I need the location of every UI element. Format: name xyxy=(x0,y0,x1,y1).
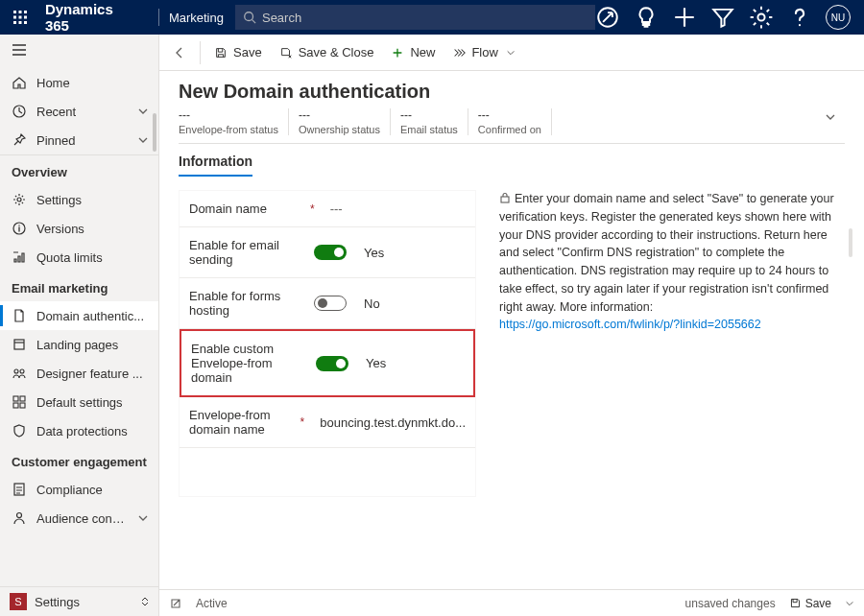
sidebar-section-overview: Overview xyxy=(0,155,158,185)
svg-point-17 xyxy=(14,369,18,373)
sidebar-item-home[interactable]: Home xyxy=(0,68,158,97)
main-scrollbar[interactable] xyxy=(849,228,852,257)
page-title: New Domain authentication xyxy=(179,81,845,103)
chevron-down-icon[interactable] xyxy=(845,599,854,608)
svg-point-24 xyxy=(17,513,22,518)
status-expand-button[interactable] xyxy=(824,110,837,127)
sidebar-label: Pinned xyxy=(36,133,75,148)
sidebar-item-designer-feature[interactable]: Designer feature ... xyxy=(0,359,158,388)
svg-point-12 xyxy=(757,13,764,20)
back-button[interactable] xyxy=(165,38,194,67)
svg-rect-7 xyxy=(19,21,22,24)
help-icon[interactable] xyxy=(787,5,812,30)
form-left-column: Domain name * --- Enable for email sendi… xyxy=(179,190,476,497)
svg-rect-0 xyxy=(13,11,16,13)
search-box[interactable] xyxy=(235,5,595,30)
app-launcher-icon[interactable] xyxy=(8,4,34,31)
gear-icon[interactable] xyxy=(749,5,774,30)
sidebar-label: Recent xyxy=(36,105,76,119)
tab-information[interactable]: Information xyxy=(179,154,252,177)
plus-icon[interactable] xyxy=(672,5,697,30)
sidebar-item-domain-auth[interactable]: Domain authentic... xyxy=(0,301,158,330)
footer-status-bar: Active unsaved changes Save xyxy=(159,589,864,616)
flow-button[interactable]: Flow xyxy=(444,41,522,63)
save-close-button[interactable]: Save & Close xyxy=(272,41,382,63)
people-icon xyxy=(12,366,27,381)
svg-point-18 xyxy=(20,369,24,373)
search-input[interactable] xyxy=(262,11,588,25)
svg-rect-20 xyxy=(20,396,25,401)
sidebar-item-compliance[interactable]: Compliance xyxy=(0,475,158,504)
sidebar-item-quota[interactable]: Quota limits xyxy=(0,243,158,272)
sidebar-item-audience-config[interactable]: Audience configur... xyxy=(0,504,158,533)
sidebar-item-default-settings[interactable]: Default settings xyxy=(0,388,158,416)
sidebar-item-recent[interactable]: Recent xyxy=(0,97,158,126)
sidebar-label: Designer feature ... xyxy=(36,367,143,381)
field-enable-custom-envelope: Enable custom Envelope-from domain Yes xyxy=(180,329,475,397)
quota-icon xyxy=(12,249,27,265)
sidebar-label: Data protections xyxy=(36,424,128,438)
user-avatar[interactable]: NU xyxy=(826,5,851,30)
sidebar-section-customer-engagement: Customer engagement xyxy=(0,445,158,475)
lock-icon xyxy=(499,192,511,203)
footer-state: Active xyxy=(196,597,228,610)
sidebar-item-pinned[interactable]: Pinned xyxy=(0,126,158,154)
save-close-label: Save & Close xyxy=(299,45,374,59)
command-bar: Save Save & Close New Flow xyxy=(159,35,864,71)
info-icon xyxy=(12,221,27,236)
toggle-enable-custom-envelope[interactable] xyxy=(316,356,348,371)
top-right-actions: NU xyxy=(595,5,856,30)
new-button[interactable]: New xyxy=(383,41,443,63)
sidebar-label: Audience configur... xyxy=(36,511,128,526)
svg-rect-21 xyxy=(13,403,18,408)
svg-rect-22 xyxy=(20,403,25,408)
status-email: --- Email status xyxy=(400,108,468,135)
info-link[interactable]: https://go.microsoft.com/fwlink/p/?linki… xyxy=(499,318,761,331)
search-icon xyxy=(243,11,256,24)
status-ownership: --- Ownership status xyxy=(299,108,391,135)
sidebar-item-versions[interactable]: Versions xyxy=(0,214,158,243)
sidebar-area-switcher[interactable]: S Settings xyxy=(0,586,158,616)
chevron-down-icon xyxy=(137,106,149,117)
status-row: --- Envelope-from status --- Ownership s… xyxy=(179,108,845,144)
save-label: Save xyxy=(233,45,262,59)
sidebar-scrollbar[interactable] xyxy=(153,113,156,152)
tab-bar: Information xyxy=(159,144,864,177)
sidebar-section-email-marketing: Email marketing xyxy=(0,272,158,301)
footer-unsaved: unsaved changes xyxy=(685,597,776,610)
app-name-label: Marketing xyxy=(169,11,224,25)
field-envelope-domain-name[interactable]: Envelope-from domain name * bouncing.tes… xyxy=(180,397,475,448)
footer-save-button[interactable]: Save xyxy=(789,597,831,610)
sidebar-item-data-protections[interactable]: Data protections xyxy=(0,416,158,445)
lightbulb-icon[interactable] xyxy=(634,5,659,30)
new-label: New xyxy=(410,45,435,59)
svg-line-10 xyxy=(252,20,256,24)
sidebar-label: Domain authentic... xyxy=(36,309,144,323)
page-header: New Domain authentication --- Envelope-f… xyxy=(159,71,864,144)
svg-rect-4 xyxy=(19,16,22,19)
assistant-icon[interactable] xyxy=(595,5,620,30)
hamburger-icon[interactable] xyxy=(0,35,158,68)
filter-icon[interactable] xyxy=(710,5,735,30)
toggle-enable-forms[interactable] xyxy=(314,296,347,311)
plus-icon xyxy=(391,46,404,59)
brand-label: Dynamics 365 xyxy=(45,1,137,34)
field-enable-forms: Enable for forms hosting No xyxy=(180,278,475,329)
save-button[interactable]: Save xyxy=(206,41,270,63)
popout-icon[interactable] xyxy=(169,597,182,610)
status-confirmed-on: --- Confirmed on xyxy=(478,108,552,135)
toggle-enable-email[interactable] xyxy=(314,245,347,260)
sidebar-label: Compliance xyxy=(36,483,103,497)
svg-rect-8 xyxy=(24,21,27,24)
field-domain-name[interactable]: Domain name * --- xyxy=(180,191,475,227)
sidebar-item-settings[interactable]: Settings xyxy=(0,185,158,214)
sidebar-label: Home xyxy=(36,76,70,90)
save-icon xyxy=(214,46,228,59)
form-area: Domain name * --- Enable for email sendi… xyxy=(179,190,852,497)
sidebar-item-landing-pages[interactable]: Landing pages xyxy=(0,330,158,359)
required-indicator: * xyxy=(310,202,315,216)
area-badge: S xyxy=(10,593,27,610)
sidebar-label: Default settings xyxy=(36,395,123,410)
main-content: Save Save & Close New Flow New Domain au… xyxy=(159,35,864,616)
pin-icon xyxy=(12,132,27,148)
